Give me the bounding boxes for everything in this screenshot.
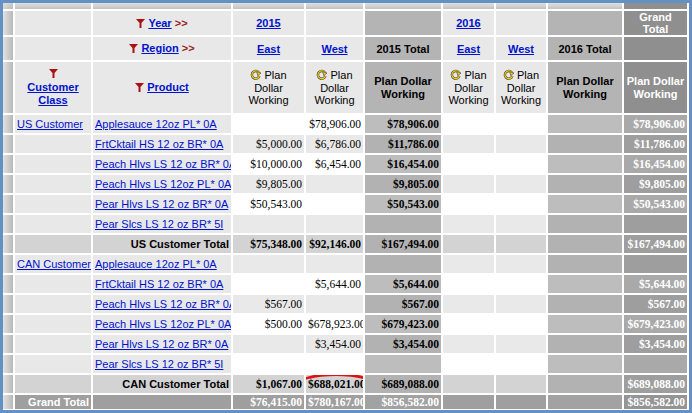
- region-east-link[interactable]: East: [457, 43, 480, 55]
- drill-icon[interactable]: [316, 69, 327, 82]
- product-cell[interactable]: Applesauce 12oz PL* 0A: [93, 115, 233, 135]
- product-cell[interactable]: FrtCktail HS 12 oz BR* 0A: [93, 135, 233, 155]
- column-handle[interactable]: [548, 3, 624, 11]
- filter-icon[interactable]: [17, 68, 89, 81]
- region-expand-arrows[interactable]: >>: [182, 42, 195, 54]
- value-cell: $6,786.00: [306, 135, 365, 155]
- column-handle[interactable]: [93, 3, 233, 11]
- value-cell: [496, 335, 548, 355]
- filter-icon[interactable]: [135, 82, 144, 95]
- year-field-link[interactable]: Year: [148, 17, 171, 29]
- year-2016-link[interactable]: 2016: [456, 17, 480, 29]
- region-east-2015-cell: East: [233, 37, 306, 62]
- row-handle[interactable]: [3, 155, 15, 175]
- customer-class-field-link[interactable]: Customer Class: [27, 81, 78, 106]
- value-cell: [496, 355, 548, 375]
- row-handle[interactable]: [3, 335, 15, 355]
- region-field-link[interactable]: Region: [141, 42, 178, 54]
- value-cell: [548, 315, 624, 335]
- measure-header-row: Customer Class Product Plan Dollar Worki…: [3, 62, 689, 115]
- product-link[interactable]: FrtCktail HS 12 oz BR* 0A: [95, 138, 223, 150]
- customer-class-field-cell: Customer Class: [15, 62, 93, 115]
- column-handle[interactable]: [624, 3, 689, 11]
- value-cell: $689,088.00: [365, 375, 443, 395]
- column-handle[interactable]: [365, 3, 443, 11]
- row-handle[interactable]: [3, 355, 15, 375]
- product-cell[interactable]: Applesauce 12oz PL* 0A: [93, 255, 233, 275]
- year-2015-link[interactable]: 2015: [256, 17, 280, 29]
- region-west-2015-cell: West: [306, 37, 365, 62]
- value-cell: [548, 195, 624, 215]
- row-handle[interactable]: [3, 275, 15, 295]
- row-handle[interactable]: [3, 215, 15, 235]
- row-handle[interactable]: [3, 175, 15, 195]
- customer-class-cell: [15, 195, 93, 215]
- row-handle[interactable]: [3, 195, 15, 215]
- product-cell[interactable]: Peach Hlvs LS 12oz PL* 0A: [93, 315, 233, 335]
- product-cell[interactable]: Pear Hlvs LS 12 oz BR* 0A: [93, 335, 233, 355]
- product-link[interactable]: FrtCktail HS 12 oz BR* 0A: [95, 278, 223, 290]
- product-cell[interactable]: Pear Slcs LS 12 oz BR* 5I: [93, 215, 233, 235]
- row-handle[interactable]: [3, 11, 15, 37]
- region-west-link[interactable]: West: [508, 43, 534, 55]
- row-handle[interactable]: [3, 295, 15, 315]
- product-cell[interactable]: Peach Hlvs LS 12 oz BR* 0A: [93, 155, 233, 175]
- product-link[interactable]: Pear Hlvs LS 12 oz BR* 0A: [95, 338, 228, 350]
- total-2016-header: 2016 Total: [548, 37, 624, 62]
- customer-class-cell[interactable]: US Customer: [15, 115, 93, 135]
- filter-icon[interactable]: [136, 18, 145, 30]
- product-cell[interactable]: FrtCktail HS 12 oz BR* 0A: [93, 275, 233, 295]
- value-cell: $92,146.00: [306, 235, 365, 255]
- product-link[interactable]: Pear Slcs LS 12 oz BR* 5I: [95, 358, 223, 370]
- product-link[interactable]: Applesauce 12oz PL* 0A: [95, 258, 217, 270]
- row-handle[interactable]: [3, 255, 15, 275]
- product-cell[interactable]: Pear Hlvs LS 12 oz BR* 0A: [93, 195, 233, 215]
- product-link[interactable]: Peach Hlvs LS 12 oz BR* 0A: [95, 298, 233, 310]
- column-handle[interactable]: [306, 3, 365, 11]
- value-cell: [496, 235, 548, 255]
- product-link[interactable]: Peach Hlvs LS 12 oz BR* 0A: [95, 158, 233, 170]
- row-handle[interactable]: [3, 37, 15, 62]
- row-handle[interactable]: [3, 235, 15, 255]
- value-cell: $500.00: [233, 315, 306, 335]
- product-cell: CAN Customer Total: [93, 375, 233, 395]
- product-link[interactable]: Peach Hlvs LS 12oz PL* 0A: [95, 178, 231, 190]
- column-handle[interactable]: [15, 3, 93, 11]
- customer-link[interactable]: US Customer: [17, 118, 83, 130]
- region-east-link[interactable]: East: [257, 43, 280, 55]
- product-cell[interactable]: Peach Hlvs LS 12oz PL* 0A: [93, 175, 233, 195]
- highlight-ellipse: [306, 375, 365, 395]
- year-expand-arrows[interactable]: >>: [175, 17, 188, 29]
- customer-class-cell[interactable]: CAN Customer: [15, 255, 93, 275]
- product-link[interactable]: Peach Hlvs LS 12oz PL* 0A: [95, 318, 231, 330]
- row-handle[interactable]: [3, 62, 15, 115]
- product-link[interactable]: Pear Hlvs LS 12 oz BR* 0A: [95, 198, 228, 210]
- value-cell: [443, 135, 496, 155]
- column-handle[interactable]: [233, 3, 306, 11]
- row-handle[interactable]: [3, 315, 15, 335]
- blank-total-cell: [548, 11, 624, 37]
- filter-icon[interactable]: [129, 43, 138, 55]
- column-handle[interactable]: [443, 3, 496, 11]
- row-handle[interactable]: [3, 375, 15, 395]
- row-handle[interactable]: [3, 395, 15, 411]
- drill-icon[interactable]: [503, 69, 514, 82]
- table-row: CAN Customer Total$1,067.00$688,021.00$6…: [3, 375, 689, 395]
- product-field-link[interactable]: Product: [147, 81, 189, 93]
- drill-icon[interactable]: [250, 69, 261, 82]
- region-east-2016-cell: East: [443, 37, 496, 62]
- product-cell[interactable]: Pear Slcs LS 12 oz BR* 5I: [93, 355, 233, 375]
- customer-link[interactable]: CAN Customer: [17, 258, 91, 270]
- product-link[interactable]: Pear Slcs LS 12 oz BR* 5I: [95, 218, 223, 230]
- product-link[interactable]: Applesauce 12oz PL* 0A: [95, 118, 217, 130]
- drill-icon[interactable]: [450, 69, 461, 82]
- row-handle[interactable]: [3, 115, 15, 135]
- region-west-link[interactable]: West: [321, 43, 347, 55]
- value-cell: [233, 115, 306, 135]
- table-row: Peach Hlvs LS 12 oz BR* 0A$10,000.00$6,4…: [3, 155, 689, 175]
- year-2016-cell: 2016: [443, 11, 496, 37]
- product-cell[interactable]: Peach Hlvs LS 12 oz BR* 0A: [93, 295, 233, 315]
- blank-cell: [496, 11, 548, 37]
- column-handle[interactable]: [496, 3, 548, 11]
- row-handle[interactable]: [3, 135, 15, 155]
